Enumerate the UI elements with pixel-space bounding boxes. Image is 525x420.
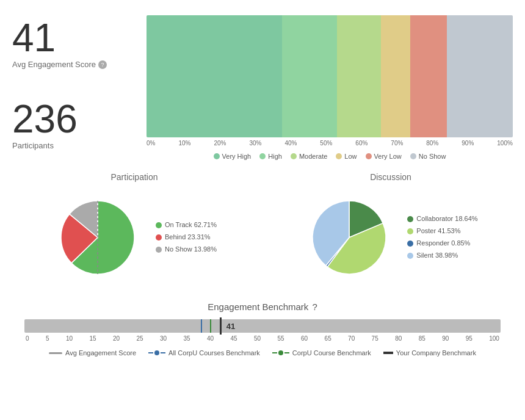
bench-legend-item: Your Company Benchmark xyxy=(383,349,476,357)
bench-legend-item: All CorpU Courses Benchmark xyxy=(148,349,260,357)
bar-legend-item: Very High xyxy=(214,153,252,160)
benchmark-bar-wrapper: 0510152025303540455055606570758085909510… xyxy=(24,319,501,342)
bar-segment-low xyxy=(381,15,410,137)
stacked-bar xyxy=(147,15,513,137)
bar-segment-very-low xyxy=(410,15,447,137)
legend-dot xyxy=(259,153,266,159)
avg-score-info-icon[interactable]: ? xyxy=(98,60,107,69)
discussion-legend-item: Silent 38.98% xyxy=(407,250,477,262)
avg-score: 41 xyxy=(12,18,147,57)
engagement-bar-chart: 0%10%20%30%40%50%60%70%80%90%100% Very H… xyxy=(147,12,513,160)
legend-dot xyxy=(291,153,297,159)
stats-panel: 41 Avg Engagement Score ? 236 Participan… xyxy=(12,12,147,150)
participation-dot xyxy=(156,222,162,228)
dashboard: 41 Avg Engagement Score ? 236 Participan… xyxy=(0,0,525,369)
participants-block: 236 Participants xyxy=(12,100,147,150)
participation-title: Participation xyxy=(110,172,158,182)
legend-dot xyxy=(410,153,416,159)
discussion-dot xyxy=(407,253,413,259)
participation-dot xyxy=(156,234,162,241)
bench-gray-line xyxy=(49,352,62,354)
benchmark-section: Engagement Benchmark ? 05101520253035404… xyxy=(12,302,513,357)
bar-legend-item: Moderate xyxy=(291,153,327,160)
discussion-pie-svg xyxy=(303,192,395,283)
participation-legend-item: No Show 13.98% xyxy=(156,244,217,256)
bar-axis: 0%10%20%30%40%50%60%70%80%90%100% xyxy=(147,137,513,147)
discussion-title: Discussion xyxy=(370,172,411,182)
discussion-legend-item: Poster 41.53% xyxy=(407,225,477,237)
discussion-dot xyxy=(407,228,413,234)
bar-segment-moderate xyxy=(337,15,381,137)
participation-legend-item: Behind 23.31% xyxy=(156,231,217,244)
participation-section: Participation On Track 62.71%Behind 23.3… xyxy=(12,172,256,283)
participants-count: 236 xyxy=(12,100,147,139)
benchmark-title: Engagement Benchmark ? xyxy=(12,302,513,312)
bar-legend-item: Low xyxy=(336,153,357,160)
legend-dot xyxy=(214,153,220,159)
participants-label: Participants xyxy=(12,141,147,150)
benchmark-green-marker xyxy=(210,319,211,333)
discussion-section: Discussion Collaborator 18.64%Poster 41.… xyxy=(269,172,513,283)
bar-segment-high xyxy=(282,15,337,137)
middle-section: Participation On Track 62.71%Behind 23.3… xyxy=(12,172,513,283)
benchmark-axis: 0510152025303540455055606570758085909510… xyxy=(24,335,501,342)
benchmark-bg-bar xyxy=(24,319,501,333)
benchmark-dark-marker xyxy=(220,317,222,335)
participation-dot xyxy=(156,247,162,253)
discussion-dot xyxy=(407,241,413,247)
discussion-legend: Collaborator 18.64%Poster 41.53%Responde… xyxy=(407,213,477,261)
bar-segment-no-show xyxy=(447,15,513,137)
avg-score-label: Avg Engagement Score ? xyxy=(12,60,147,69)
discussion-dot xyxy=(407,216,413,222)
benchmark-legend: Avg Engagement ScoreAll CorpU Courses Be… xyxy=(12,349,513,357)
discussion-pie-row: Collaborator 18.64%Poster 41.53%Responde… xyxy=(303,192,477,283)
legend-dot xyxy=(336,153,342,159)
bench-legend-item: CorpU Course Benchmark xyxy=(272,349,371,357)
participation-legend-item: On Track 62.71% xyxy=(156,219,217,231)
discussion-pie xyxy=(303,192,395,283)
benchmark-blue-marker xyxy=(201,319,202,333)
discussion-legend-item: Responder 0.85% xyxy=(407,237,477,250)
bench-green-line xyxy=(272,350,289,355)
bar-legend: Very HighHighModerateLowVery LowNo Show xyxy=(147,153,513,160)
participation-pie xyxy=(52,192,143,283)
benchmark-info-icon[interactable]: ? xyxy=(312,302,317,312)
bench-dark-bar xyxy=(383,352,393,354)
bar-legend-item: No Show xyxy=(410,153,446,160)
discussion-legend-item: Collaborator 18.64% xyxy=(407,213,477,225)
participation-pie-row: On Track 62.71%Behind 23.31%No Show 13.9… xyxy=(52,192,217,283)
top-section: 41 Avg Engagement Score ? 236 Participan… xyxy=(12,12,513,160)
benchmark-value-label: 41 xyxy=(223,319,235,333)
bar-legend-item: High xyxy=(259,153,282,160)
bar-legend-item: Very Low xyxy=(366,153,402,160)
bench-blue-line xyxy=(148,350,165,355)
legend-dot xyxy=(366,153,372,159)
stacked-bar-container: 0%10%20%30%40%50%60%70%80%90%100% xyxy=(147,12,513,147)
participation-pie-svg xyxy=(52,192,143,283)
bench-legend-item: Avg Engagement Score xyxy=(49,349,136,357)
bar-segment-very-high xyxy=(147,15,282,137)
participation-legend: On Track 62.71%Behind 23.31%No Show 13.9… xyxy=(156,219,217,255)
